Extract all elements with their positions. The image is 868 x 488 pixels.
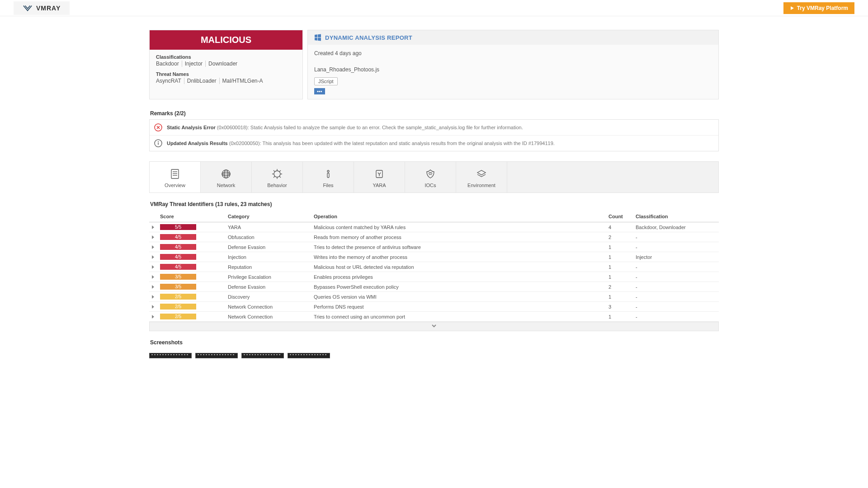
tab-label: Files [323, 183, 333, 188]
screenshots-row [149, 353, 719, 358]
threat-name-item: Mal/HTMLGen-A [220, 78, 266, 84]
more-button[interactable]: ••• [314, 88, 325, 94]
threat-name-item: AsyncRAT [156, 78, 184, 84]
cell-count: 1 [606, 242, 633, 252]
remark-row-error: Static Analysis Error (0x00600018): Stat… [150, 120, 718, 136]
cell-operation: Performs DNS request [311, 302, 606, 312]
score-badge: 4/5 [160, 244, 196, 250]
classification-item: Downloader [206, 61, 240, 67]
screenshot-thumb[interactable] [195, 353, 238, 358]
remark-row-info: Updated Analysis Results (0x02000050): T… [150, 136, 718, 151]
cell-classification: - [633, 262, 719, 272]
cell-classification: - [633, 272, 719, 282]
vmray-logo-icon [23, 3, 33, 13]
remarks-heading: Remarks (2/2) [149, 108, 719, 119]
try-platform-label: Try VMRay Platform [797, 5, 848, 11]
error-icon [154, 123, 162, 131]
brand-logo[interactable]: VMRAY [14, 1, 70, 15]
tab-overview[interactable]: Overview [150, 162, 201, 192]
created-timestamp: Created 4 days ago [314, 50, 712, 56]
table-row[interactable]: 2/5DiscoveryQueries OS version via WMI1- [149, 292, 719, 302]
screenshot-thumb[interactable] [288, 353, 330, 358]
behavior-icon [271, 168, 283, 180]
threat-names-list: AsyncRAT DnlibLoader Mal/HTMLGen-A [156, 78, 296, 84]
cell-category: YARA [225, 222, 311, 232]
chevron-right-icon [152, 245, 154, 249]
tab-iocs[interactable]: IOCs [405, 162, 456, 192]
table-row[interactable]: 3/5Defense EvasionBypasses PowerShell ex… [149, 282, 719, 292]
col-count: Count [606, 211, 633, 222]
tab-label: Overview [165, 183, 185, 188]
overview-icon [169, 168, 181, 180]
filetype-badge: JScript [314, 77, 338, 85]
try-platform-button[interactable]: Try VMRay Platform [783, 2, 854, 14]
vti-table: Score Category Operation Count Classific… [149, 211, 719, 322]
cell-operation: Bypasses PowerShell execution policy [311, 282, 606, 292]
tab-yara[interactable]: YARA [354, 162, 405, 192]
environment-icon [476, 168, 487, 180]
cell-category: Reputation [225, 262, 311, 272]
cell-category: Discovery [225, 292, 311, 302]
score-badge: 4/5 [160, 254, 196, 260]
iocs-icon [425, 168, 436, 180]
tab-bar: Overview Network Behavior Files YARA IOC… [149, 161, 719, 193]
svg-rect-3 [158, 143, 159, 145]
tab-label: YARA [373, 183, 386, 188]
score-badge: 4/5 [160, 234, 196, 240]
chevron-right-icon [152, 235, 154, 239]
screenshot-thumb[interactable] [149, 353, 192, 358]
cell-count: 1 [606, 262, 633, 272]
svg-point-13 [327, 170, 329, 172]
table-row[interactable]: 2/5Network ConnectionTries to connect us… [149, 312, 719, 322]
cell-count: 1 [606, 252, 633, 262]
cell-count: 2 [606, 282, 633, 292]
cell-operation: Reads from memory of another process [311, 232, 606, 242]
cell-operation: Enables process privileges [311, 272, 606, 282]
vti-section-title: VMRay Threat Identifiers (13 rules, 23 m… [149, 193, 719, 211]
tab-files[interactable]: Files [303, 162, 354, 192]
cell-category: Obfuscation [225, 232, 311, 242]
svg-rect-14 [327, 173, 329, 178]
table-row[interactable]: 5/5YARAMalicious content matched by YARA… [149, 222, 719, 232]
classifications-list: Backdoor Injector Downloader [156, 61, 296, 67]
tab-environment[interactable]: Environment [456, 162, 507, 192]
col-category: Category [225, 211, 311, 222]
cell-operation: Writes into the memory of another proces… [311, 252, 606, 262]
cell-operation: Malicious host or URL detected via reput… [311, 262, 606, 272]
classification-item: Injector [182, 61, 206, 67]
screenshot-thumb[interactable] [241, 353, 284, 358]
report-title: DYNAMIC ANALYSIS REPORT [325, 34, 412, 41]
cell-operation: Tries to connect using an uncommon port [311, 312, 606, 322]
table-row[interactable]: 4/5ReputationMalicious host or URL detec… [149, 262, 719, 272]
table-row[interactable]: 3/5Privilege EscalationEnables process p… [149, 272, 719, 282]
cell-classification: - [633, 232, 719, 242]
cell-count: 1 [606, 312, 633, 322]
chevron-right-icon [152, 255, 154, 259]
table-row[interactable]: 4/5Defense EvasionTries to detect the pr… [149, 242, 719, 252]
table-row[interactable]: 2/5Network ConnectionPerforms DNS reques… [149, 302, 719, 312]
classification-item: Backdoor [156, 61, 182, 67]
chevron-right-icon [152, 305, 154, 309]
table-row[interactable]: 4/5InjectionWrites into the memory of an… [149, 252, 719, 262]
cell-classification: - [633, 242, 719, 252]
tab-label: Network [217, 183, 235, 188]
main-container: MALICIOUS Classifications Backdoor Injec… [149, 16, 719, 358]
windows-icon [314, 34, 321, 41]
tab-behavior[interactable]: Behavior [252, 162, 303, 192]
score-badge: 2/5 [160, 314, 196, 319]
table-row[interactable]: 4/5ObfuscationReads from memory of anoth… [149, 232, 719, 242]
network-icon [220, 168, 232, 180]
cell-classification: - [633, 312, 719, 322]
svg-rect-4 [171, 169, 179, 178]
tab-network[interactable]: Network [201, 162, 252, 192]
cell-category: Injection [225, 252, 311, 262]
col-score: Score [157, 211, 225, 222]
yara-icon [373, 168, 385, 180]
expand-bar[interactable] [149, 322, 719, 331]
remark-text: Updated Analysis Results (0x02000050): T… [167, 141, 555, 146]
info-icon [154, 139, 162, 147]
col-classification: Classification [633, 211, 719, 222]
classifications-label: Classifications [156, 54, 296, 60]
brand-text: VMRAY [36, 5, 61, 12]
cell-count: 3 [606, 302, 633, 312]
